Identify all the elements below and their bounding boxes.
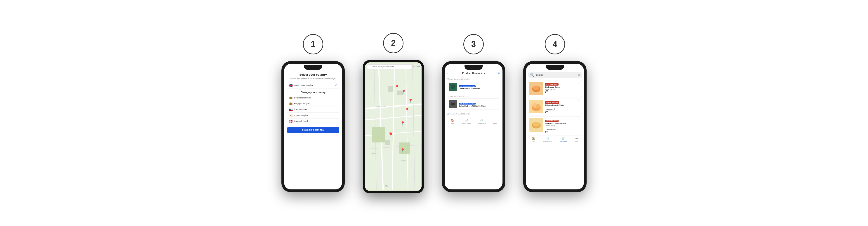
p1-change-title: Change your country	[301, 91, 326, 94]
leaflets-icon-4: 📄	[546, 137, 549, 140]
step-1-circle: 1	[303, 34, 323, 54]
p4-product-img-1	[529, 100, 543, 113]
p4-price-2: 455	[545, 131, 581, 134]
p1-content: Select your country Choose your location…	[284, 64, 342, 136]
cy-flag-icon: 🇨🇾	[289, 114, 293, 117]
p4-product-sub-2: Chicken Breast	[545, 125, 581, 126]
p4-nav-more[interactable]: ⋯ More	[575, 137, 578, 142]
map-search-input[interactable]	[367, 64, 412, 69]
main-container: 1 Select your country Choose your locati…	[0, 0, 868, 226]
map-cancel-button[interactable]: Cancel	[413, 66, 420, 68]
p4-wishlist-2[interactable]: ♡	[578, 118, 581, 121]
country-row-1[interactable]: 🇧🇪 Belgique français	[287, 101, 339, 107]
p4-search-bar[interactable]: 🔍 Chicken ✕	[528, 72, 582, 78]
step-3-circle: 3	[463, 34, 484, 54]
p4-product-item-2[interactable]: PICK OF THE WEEK Birchwood Diced British…	[528, 116, 582, 135]
p4-wishlist-1[interactable]: ♡	[578, 100, 581, 103]
p3-back-button[interactable]: ‹	[447, 71, 448, 75]
p4-search-icon: 🔍	[530, 73, 535, 77]
phone-3-screen: ‹ Product Reminders ✏ 🕐 from Thursday, 2…	[445, 64, 502, 189]
country-name-0: België Nederlands	[294, 97, 337, 99]
p3-nav-home[interactable]: 🏠 Home	[451, 119, 454, 124]
search-field-container: 🔍	[367, 64, 412, 69]
country-row-3[interactable]: 🇨🇾 Cyprus English	[287, 113, 339, 118]
svg-text:Maps: Maps	[385, 185, 390, 187]
shopping-icon-4: 🛒	[562, 137, 565, 140]
gb-flag-icon: 🇬🇧	[289, 84, 293, 87]
p3-product-card-1[interactable]: from Thursday, 25.02.2021 Cast Iron Cass…	[447, 81, 500, 92]
country-name-1: Belgique français	[294, 103, 337, 105]
p4-nav-leaflets[interactable]: 📄 Online Leaflets	[543, 137, 552, 142]
phone-section-4: 4 🔍 Chicken ✕	[523, 34, 587, 192]
step-4-circle: 4	[545, 34, 565, 54]
map-svg: WATFORD WAY BARNET Mill Hill Mosman Maps	[365, 62, 422, 191]
p3-product-img-2	[449, 100, 457, 108]
svg-point-30	[536, 104, 540, 108]
country-row-4[interactable]: 🇩🇰 Danmark dansk	[287, 118, 339, 124]
p3-bottom-nav: 🏠 Home 📄 Online Leaflets 🛒 Shopping List	[447, 117, 500, 124]
p3-nav-leaflets[interactable]: 📄 Online Leaflets	[462, 119, 471, 124]
svg-text:Mill Hill: Mill Hill	[372, 153, 375, 154]
home-icon: 🏠	[451, 119, 454, 122]
p4-wishlist-0[interactable]: ♡	[578, 82, 581, 85]
p4-product-item-1[interactable]: PACK OF THE WEEK Chicken Breast Fillets …	[528, 98, 582, 115]
map-pin-2: 📍	[401, 89, 406, 95]
clock-icon-1: 🕐	[447, 78, 449, 80]
phone-3: ‹ Product Reminders ✏ 🕐 from Thursday, 2…	[442, 61, 505, 192]
phone-4-screen: 🔍 Chicken ✕	[526, 64, 584, 189]
leaflets-icon: 📄	[464, 119, 468, 122]
p3-product-card-2[interactable]: from Thursday, 25.02.2021 Salter XL Deep…	[447, 99, 500, 110]
p4-product-sub-0: British Chicken	[545, 88, 581, 90]
p4-product-img-0	[529, 82, 543, 95]
phone-section-1: 1 Select your country Choose your locati…	[281, 34, 345, 192]
p4-price-0: 299	[545, 90, 581, 93]
p3-date-label-1: 🕐 from Thursday, 25.02.2021	[447, 78, 500, 80]
clock-icon-2: 🕐	[447, 96, 449, 98]
gb-country-name: Great Britain English	[294, 84, 333, 86]
be-flag-icon: 🇧🇪	[289, 96, 293, 100]
map-container: WATFORD WAY BARNET Mill Hill Mosman Maps…	[365, 62, 422, 191]
phone-2-wrapper: WATFORD WAY BARNET Mill Hill Mosman Maps…	[363, 60, 424, 193]
p4-content: 🔍 Chicken ✕	[526, 64, 584, 144]
map-pin-3: 📍	[408, 99, 413, 103]
step-2-circle: 2	[383, 33, 403, 53]
p3-nav-more[interactable]: ⋯ More	[493, 119, 497, 124]
country-name-2: Česko čeština	[294, 108, 337, 111]
country-name-4: Danmark dansk	[294, 120, 337, 122]
cz-flag-icon: 🇨🇿	[289, 108, 293, 111]
more-icon: ⋯	[493, 119, 497, 122]
p4-product-name-0: Birchwood Katsu	[545, 86, 581, 88]
p3-edit-button[interactable]: ✏	[498, 72, 500, 75]
p3-nav-shopping[interactable]: 🛒 Shopping List	[478, 119, 486, 124]
country-row-0[interactable]: 🇧🇪 België Nederlands	[287, 95, 339, 101]
p4-product-item-0[interactable]: PICK OF THE WEEK Birchwood Katsu British…	[528, 80, 582, 97]
p4-product-list: PICK OF THE WEEK Birchwood Katsu British…	[528, 80, 582, 135]
p4-product-info-1: PACK OF THE WEEK Chicken Breast Fillets …	[545, 100, 581, 114]
p4-family-badge-2: Family size pack	[545, 128, 557, 130]
p4-product-name-2: Birchwood Diced British	[545, 122, 581, 124]
svg-rect-10	[372, 127, 385, 143]
p4-product-info-2: PICK OF THE WEEK Birchwood Diced British…	[545, 118, 581, 134]
p4-clear-button[interactable]: ✕	[578, 74, 580, 76]
map-pin-main: 📍	[388, 132, 394, 138]
p4-product-img-2	[529, 118, 543, 131]
phone-4: 🔍 Chicken ✕	[523, 61, 587, 192]
p4-nav-home[interactable]: 🏠 Home	[532, 137, 535, 142]
phone-1-screen: Select your country Choose your location…	[284, 64, 342, 189]
svg-point-26	[533, 86, 539, 90]
phone-3-wrapper: ‹ Product Reminders ✏ 🕐 from Thursday, 2…	[442, 61, 505, 192]
phone-4-wrapper: 🔍 Chicken ✕	[523, 61, 587, 192]
map-pin-1: 📍	[395, 85, 399, 90]
svg-point-33	[533, 122, 539, 127]
country-list: 🇧🇪 België Nederlands 🇧🇪 Belgique françai…	[287, 95, 339, 124]
p4-potw-badge-0: PICK OF THE WEEK	[545, 83, 559, 85]
p4-product-name-1: Chicken Breast Fillets	[545, 104, 581, 106]
gb-country-row[interactable]: 🇬🇧 Great Britain English ✓	[287, 82, 339, 89]
p3-date-section-2: 🕐 Thursday, 4. Mar 2021 17:50 from Thurs…	[447, 96, 500, 111]
country-row-2[interactable]: 🇨🇿 Česko čeština	[287, 107, 339, 113]
p3-date-section-3: 🕐 Sunday, 7. Mar 2021 22:51	[447, 113, 500, 116]
choose-country-button[interactable]: CHOOSE COUNTRY	[287, 127, 339, 133]
svg-rect-12	[388, 86, 393, 92]
p4-nav-shopping[interactable]: 🛒 Shopping List	[560, 137, 567, 142]
phone-section-3: 3 ‹ Product Reminders ✏ 🕐 from Th	[442, 34, 505, 192]
